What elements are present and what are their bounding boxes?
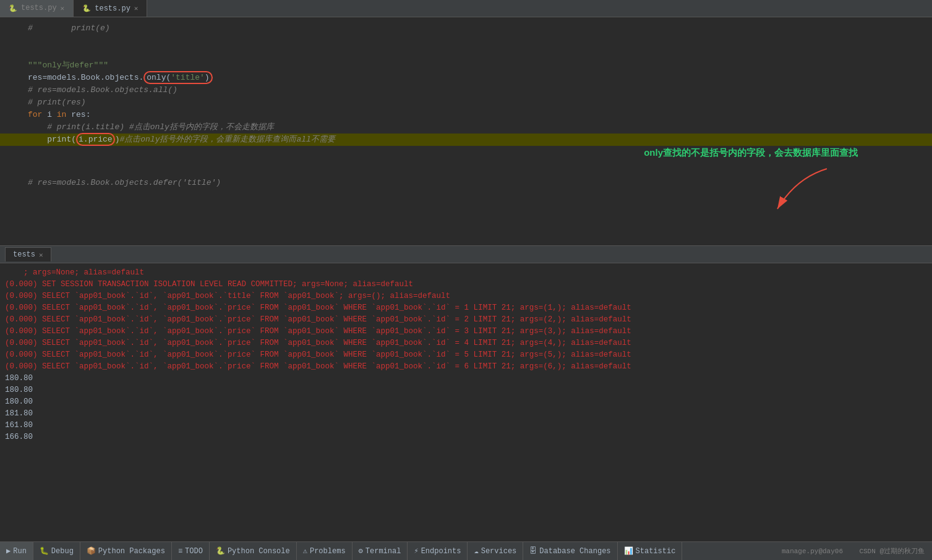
terminal-val-4: 181.80 — [5, 408, 927, 420]
code-line-comment-print-res: # print(res) — [0, 96, 932, 109]
console-icon: 🐍 — [216, 546, 225, 556]
run-icon: ▶ — [6, 546, 11, 556]
run-button[interactable]: ▶ Run — [0, 542, 33, 560]
db-icon: 🗄 — [529, 546, 537, 556]
status-right-info: manage.py@day06 CSDN @过期的秋刀鱼 — [774, 546, 932, 556]
statistic-label: Statistic — [636, 547, 676, 556]
services-button[interactable]: ☁ Services — [468, 542, 523, 560]
tab-label-1: tests.py — [21, 4, 57, 12]
statistic-icon: 📊 — [624, 546, 633, 556]
endpoints-label: Endpoints — [421, 547, 461, 556]
terminal-button[interactable]: ⚙ Terminal — [353, 542, 408, 560]
python-console-button[interactable]: 🐍 Python Console — [210, 542, 297, 560]
terminal-val-1: 180.80 — [5, 373, 927, 384]
statistic-button[interactable]: 📊 Statistic — [618, 542, 683, 560]
terminal-line-6: (0.000) SELECT `app01_book`.`id`, `app01… — [5, 326, 927, 337]
run-label: Run — [13, 547, 27, 556]
python-packages-button[interactable]: 📦 Python Packages — [80, 542, 172, 560]
terminal-val-3: 180.00 — [5, 396, 927, 408]
py-icon: 🐍 — [9, 4, 17, 12]
terminal-line-1: ; args=None; alias=default — [5, 267, 927, 279]
py-icon-2: 🐍 — [82, 4, 91, 12]
code-line-print-price: print(i.price)#点击only括号外的字段，会重新走数据库查询而al… — [0, 134, 932, 146]
todo-label: TODO — [185, 547, 203, 556]
terminal-val-5: 161.80 — [5, 420, 927, 431]
terminal-line-8: (0.000) SELECT `app01_book`.`id`, `app01… — [5, 349, 927, 361]
terminal-tabs: tests ✕ — [0, 246, 932, 263]
terminal-area: ; args=None; alias=default (0.000) SET S… — [0, 263, 932, 541]
database-changes-button[interactable]: 🗄 Database Changes — [523, 542, 617, 560]
code-line-docstring: """only与defer""" — [0, 59, 932, 72]
todo-icon: ≡ — [178, 547, 182, 556]
tab-tests-py-2[interactable]: 🐍 tests.py ✕ — [74, 0, 147, 17]
terminal-line-4: (0.000) SELECT `app01_book`.`id`, `app01… — [5, 302, 927, 314]
terminal-line-7: (0.000) SELECT `app01_book`.`id`, `app01… — [5, 337, 927, 349]
problems-label: Problems — [310, 547, 346, 556]
endpoints-icon: ⚡ — [414, 546, 418, 556]
todo-button[interactable]: ≡ TODO — [172, 542, 210, 560]
endpoints-button[interactable]: ⚡ Endpoints — [408, 542, 468, 560]
tab-close-2[interactable]: ✕ — [134, 4, 139, 12]
terminal-val-6: 166.80 — [5, 431, 927, 443]
status-bar: ▶ Run 🐛 Debug 📦 Python Packages ≡ TODO 🐍… — [0, 541, 932, 560]
terminal-line-9: (0.000) SELECT `app01_book`.`id`, `app01… — [5, 361, 927, 373]
packages-icon: 📦 — [87, 546, 96, 556]
tab-close-1[interactable]: ✕ — [61, 4, 65, 12]
terminal-line-3: (0.000) SELECT `app01_book`.`id`, `app01… — [5, 291, 927, 302]
terminal-tab-tests[interactable]: tests ✕ — [5, 247, 51, 261]
debug-icon: 🐛 — [40, 546, 49, 556]
services-icon: ☁ — [474, 546, 478, 556]
code-line-only: res=models.Book.objects.only('title') — [0, 72, 932, 84]
terminal-line-2: (0.000) SET SESSION TRANSACTION ISOLATIO… — [5, 279, 927, 291]
code-line-empty-1 — [0, 35, 932, 47]
terminal-icon: ⚙ — [359, 546, 363, 556]
terminal-tab-label: tests — [13, 250, 35, 259]
editor-tabs: 🐍 tests.py ✕ 🐍 tests.py ✕ — [0, 0, 932, 17]
problems-button[interactable]: ⚠ Problems — [297, 542, 353, 560]
code-line-comment-title: # print(i.title) #点击only括号内的字段，不会走数据库 — [0, 121, 932, 134]
tab-label-2: tests.py — [95, 4, 130, 13]
editor-area: # print(e) """only与defer""" res=models.B… — [0, 17, 932, 246]
annotation-text: only查找的不是括号内的字段，会去数据库里面查找 — [644, 147, 858, 159]
code-line-for: for i in res: — [0, 109, 932, 121]
problems-icon: ⚠ — [303, 546, 307, 556]
code-line-comment-all: # res=models.Book.objects.all() — [0, 84, 932, 96]
annotation-arrow — [759, 166, 833, 215]
services-label: Services — [481, 547, 517, 556]
terminal-tab-close[interactable]: ✕ — [39, 251, 43, 259]
python-packages-label: Python Packages — [98, 547, 165, 556]
code-line-1: # print(e) — [0, 22, 932, 35]
python-console-label: Python Console — [228, 547, 290, 556]
tab-tests-py-1[interactable]: 🐍 tests.py ✕ — [0, 0, 74, 17]
terminal-line-5: (0.000) SELECT `app01_book`.`id`, `app01… — [5, 314, 927, 326]
debug-label: Debug — [51, 547, 74, 556]
database-changes-label: Database Changes — [539, 547, 610, 556]
terminal-label: Terminal — [366, 547, 401, 556]
debug-button[interactable]: 🐛 Debug — [33, 542, 80, 560]
terminal-val-2: 180.80 — [5, 384, 927, 396]
code-line-empty-2 — [0, 47, 932, 59]
